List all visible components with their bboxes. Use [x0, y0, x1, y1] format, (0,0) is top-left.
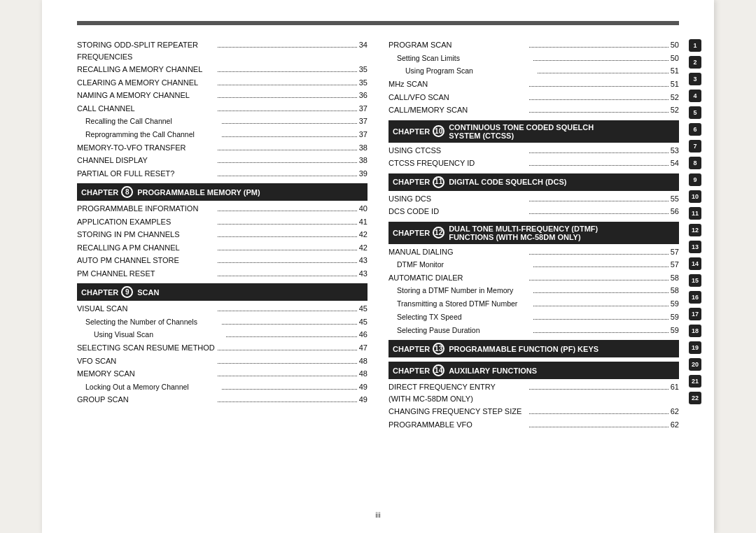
toc-title: PROGRAMMABLE INFORMATION	[77, 203, 216, 215]
toc-title: DIRECT FREQUENCY ENTRY(WITH MC-58DM ONLY…	[388, 381, 527, 404]
toc-dots	[218, 250, 356, 250]
chapter-label: CHAPTER	[393, 127, 430, 136]
chapter-label: CHAPTER	[393, 367, 430, 375]
toc-page: 40	[359, 203, 368, 215]
toc-page: 58	[671, 285, 679, 297]
toc-dots	[529, 427, 668, 427]
toc-page: 61	[671, 381, 679, 393]
side-num-20: 20	[689, 358, 701, 371]
toc-title: AUTOMATIC DIALER	[388, 272, 527, 284]
side-num-12: 12	[689, 224, 701, 236]
toc-page: 50	[671, 52, 679, 64]
toc-dots	[529, 99, 668, 100]
side-num-6: 6	[689, 123, 701, 136]
chapter-9-num: 9	[121, 286, 133, 298]
toc-row: STORING ODD-SPLIT REPEATERFREQUENCIES 34	[77, 39, 368, 62]
toc-dots	[218, 363, 356, 364]
toc-row: CALL CHANNEL 37	[77, 103, 368, 115]
side-num-13: 13	[689, 241, 701, 253]
toc-page: 57	[671, 259, 679, 271]
toc-title: CALL/MEMORY SCAN	[388, 104, 527, 116]
toc-dots	[529, 152, 668, 153]
side-num-10: 10	[689, 190, 701, 203]
toc-title: MEMORY-TO-VFO TRANSFER	[77, 142, 216, 154]
toc-page: 38	[359, 155, 368, 166]
toc-title: USING DCS	[388, 193, 527, 205]
toc-row: MEMORY-TO-VFO TRANSFER 38	[77, 142, 368, 154]
toc-title: Recalling the Call Channel	[85, 116, 220, 127]
toc-dots	[529, 389, 668, 390]
toc-dots	[226, 336, 356, 337]
toc-row: NAMING A MEMORY CHANNEL 36	[77, 90, 368, 101]
toc-page: 49	[359, 394, 368, 406]
toc-row: PM CHANNEL RESET 43	[77, 268, 368, 280]
toc-row: PROGRAM SCAN 50	[388, 39, 679, 51]
left-column: STORING ODD-SPLIT REPEATERFREQUENCIES 34…	[77, 39, 368, 432]
toc-dots	[218, 376, 356, 376]
toc-dots	[533, 266, 668, 267]
toc-dots	[533, 306, 668, 306]
toc-row: Recalling the Call Channel 37	[77, 115, 368, 127]
toc-dots	[529, 280, 668, 280]
toc-row: CLEARING A MEMORY CHANNEL 35	[77, 77, 368, 89]
side-num-5: 5	[689, 106, 701, 119]
side-num-8: 8	[689, 157, 701, 169]
toc-row: Locking Out a Memory Channel 49	[77, 381, 368, 393]
toc-dots	[218, 236, 356, 237]
side-num-7: 7	[689, 140, 701, 152]
side-num-21: 21	[689, 375, 701, 388]
toc-row: Storing a DTMF Number in Memory 58	[388, 285, 679, 297]
toc-row: SELECTING SCAN RESUME METHOD 47	[77, 342, 368, 354]
top-bar	[77, 21, 679, 25]
toc-title: MANUAL DIALING	[388, 246, 527, 258]
toc-row: VFO SCAN 48	[77, 355, 368, 367]
toc-row: DIRECT FREQUENCY ENTRY(WITH MC-58DM ONLY…	[388, 381, 679, 404]
chapter-13-header: CHAPTER 13 PROGRAMMABLE FUNCTION (PF) KE…	[388, 340, 679, 357]
toc-dots	[529, 165, 668, 166]
chapter-11-num: 11	[433, 176, 444, 188]
toc-dots	[218, 211, 356, 211]
toc-title: CHANNEL DISPLAY	[77, 155, 216, 166]
chapter-9-title: SCAN	[137, 288, 159, 297]
toc-row: Transmitting a Stored DTMF Number 59	[388, 298, 679, 310]
toc-dots	[218, 176, 356, 176]
toc-row: MEMORY SCAN 48	[77, 368, 368, 380]
toc-row: RECALLING A MEMORY CHANNEL 35	[77, 64, 368, 76]
chapter-13-num: 13	[433, 343, 444, 355]
side-num-3: 3	[689, 73, 701, 85]
toc-title: AUTO PM CHANNEL STORE	[77, 255, 216, 266]
toc-page: 37	[359, 103, 368, 115]
toc-title: CTCSS FREQUENCY ID	[388, 157, 527, 169]
toc-row: VISUAL SCAN 45	[77, 303, 368, 315]
toc-dots	[529, 47, 668, 48]
toc-title: PROGRAM SCAN	[388, 39, 527, 51]
toc-row: APPLICATION EXAMPLES 41	[77, 216, 368, 228]
toc-title: Using Visual Scan	[94, 329, 224, 341]
toc-row: PROGRAMMABLE VFO 62	[388, 419, 679, 431]
toc-row: Selecting Pause Duration 59	[388, 325, 679, 336]
toc-page: 52	[671, 92, 679, 104]
chapter-11-title: DIGITAL CODE SQUELCH (DCS)	[449, 178, 566, 186]
toc-page: 57	[671, 246, 679, 258]
side-num-18: 18	[689, 325, 701, 337]
toc-title: PARTIAL OR FULL RESET?	[77, 168, 216, 180]
toc-dots	[218, 71, 356, 72]
chapter-label: CHAPTER	[393, 178, 430, 186]
toc-title: DCS CODE ID	[388, 206, 527, 218]
toc-row: CHANGING FREQUENCY STEP SIZE 62	[388, 406, 679, 418]
toc-dots	[218, 401, 356, 402]
toc-row: Selecting the Number of Channels 45	[77, 316, 368, 328]
toc-page: 43	[359, 255, 368, 266]
chapter-14-title: AUXILIARY FUNCTIONS	[449, 367, 537, 375]
toc-title: Transmitting a Stored DTMF Number	[397, 299, 531, 310]
toc-row: CALL/MEMORY SCAN 52	[388, 104, 679, 116]
toc-page: 45	[359, 316, 368, 328]
right-column: PROGRAM SCAN 50 Setting Scan Limits 50 U…	[388, 39, 679, 432]
toc-dots	[529, 86, 668, 87]
chapter-10-title: CONTINUOUS TONE CODED SQUELCHSYSTEM (CTC…	[449, 123, 594, 140]
toc-title: CHANGING FREQUENCY STEP SIZE	[388, 406, 527, 418]
side-num-19: 19	[689, 341, 701, 354]
toc-title: VFO SCAN	[77, 355, 216, 367]
toc-dots	[529, 112, 668, 113]
toc-page: 38	[359, 142, 368, 154]
